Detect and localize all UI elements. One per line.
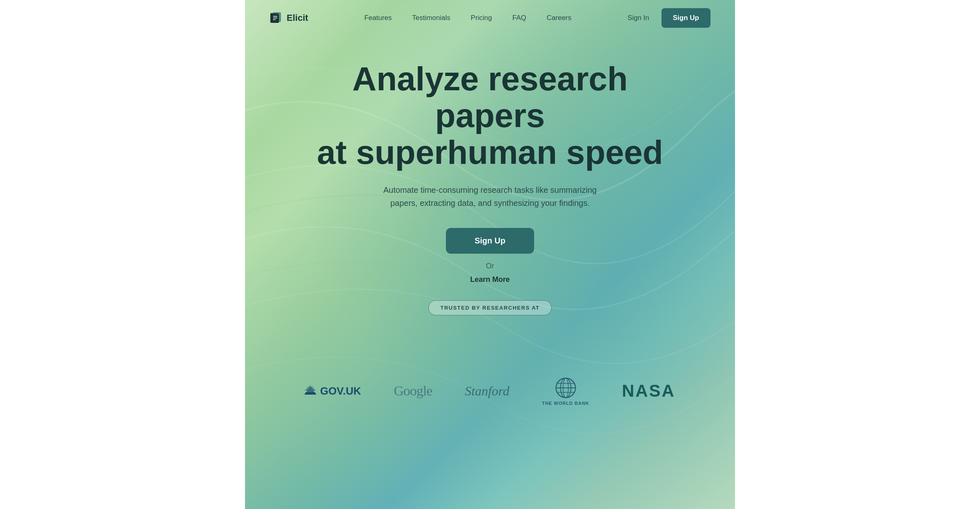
google-logo: Google bbox=[394, 383, 432, 399]
crown-icon bbox=[305, 385, 316, 397]
logo-link[interactable]: Elicit bbox=[270, 11, 308, 25]
sign-in-link[interactable]: Sign In bbox=[628, 14, 649, 22]
learn-more-link[interactable]: Learn More bbox=[470, 275, 510, 284]
nasa-text: NASA bbox=[622, 381, 675, 401]
hero-title: Analyze research papers at superhuman sp… bbox=[306, 60, 674, 171]
nav-careers[interactable]: Careers bbox=[547, 14, 571, 22]
hero-subtitle: Automate time-consuming research tasks l… bbox=[376, 183, 604, 210]
svg-rect-2 bbox=[272, 14, 279, 23]
svg-rect-6 bbox=[305, 392, 315, 393]
logos-section: GOV.UK Google Stanford THE WORLD BANK bbox=[245, 368, 735, 430]
svg-rect-7 bbox=[305, 393, 316, 395]
navbar: Elicit Features Testimonials Pricing FAQ… bbox=[245, 0, 735, 36]
world-bank-text: THE WORLD BANK bbox=[542, 401, 589, 406]
hero-content: Analyze research papers at superhuman sp… bbox=[245, 36, 735, 368]
nav-testimonials[interactable]: Testimonials bbox=[412, 14, 450, 22]
nav-features[interactable]: Features bbox=[364, 14, 392, 22]
nav-faq[interactable]: FAQ bbox=[512, 14, 526, 22]
nav-right: Sign In Sign Up bbox=[628, 8, 710, 28]
trusted-badge: TRUSTED BY RESEARCHERS AT bbox=[428, 300, 551, 315]
stanford-text: Stanford bbox=[465, 384, 509, 399]
logo-icon bbox=[270, 11, 283, 25]
nav-pricing[interactable]: Pricing bbox=[471, 14, 492, 22]
or-text: Or bbox=[486, 262, 494, 270]
nasa-logo: NASA bbox=[622, 381, 675, 401]
gov-uk-text: GOV.UK bbox=[320, 385, 361, 397]
world-bank-logo: THE WORLD BANK bbox=[542, 377, 589, 406]
world-bank-globe-icon bbox=[555, 377, 577, 399]
nav-signup-button[interactable]: Sign Up bbox=[662, 8, 710, 28]
stanford-logo: Stanford bbox=[465, 384, 509, 399]
hero-signup-button[interactable]: Sign Up bbox=[446, 228, 534, 254]
nav-links: Features Testimonials Pricing FAQ Career… bbox=[364, 14, 571, 22]
google-text: Google bbox=[394, 383, 432, 399]
gov-uk-logo: GOV.UK bbox=[305, 385, 361, 397]
brand-name: Elicit bbox=[287, 13, 308, 23]
